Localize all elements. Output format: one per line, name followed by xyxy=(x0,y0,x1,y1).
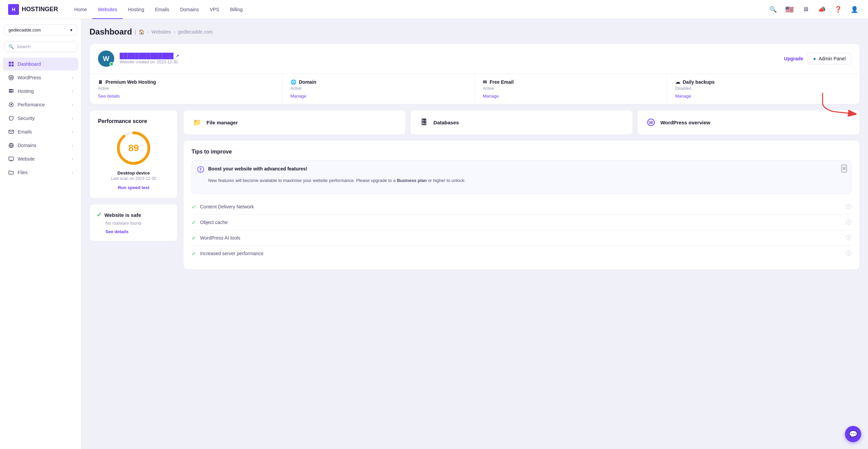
search-placeholder: Search xyxy=(17,44,31,49)
performance-score: 89 xyxy=(128,143,139,154)
info-icon[interactable]: ⓘ xyxy=(846,203,851,210)
sidebar-item-website[interactable]: Website › xyxy=(3,152,78,165)
svg-rect-2 xyxy=(9,64,11,66)
see-details-link[interactable]: See details xyxy=(105,229,171,234)
sidebar-item-label: Hosting xyxy=(18,88,34,94)
sidebar-item-files[interactable]: Files › xyxy=(3,166,78,179)
upgrade-button[interactable]: Upgrade xyxy=(784,56,803,61)
info-icon[interactable]: ⓘ xyxy=(846,250,851,257)
screens-icon[interactable]: 🖥 xyxy=(800,4,811,15)
tip-cdn: ✓ Content Delivery Network ⓘ xyxy=(192,199,851,215)
boost-title: Boost your website with advanced feature… xyxy=(208,166,846,171)
tip-server-perf: ✓ Increased server performance ⓘ xyxy=(192,246,851,261)
service-domain-header: 🌐 Domain xyxy=(291,79,467,85)
sidebar-item-security[interactable]: Security › xyxy=(3,112,78,125)
service-backups-header: ☁ Daily backups xyxy=(675,79,852,85)
breadcrumb-websites[interactable]: Websites xyxy=(152,29,171,35)
monitor-icon xyxy=(8,156,14,162)
server-icon: 🖥 xyxy=(98,79,103,85)
sidebar-item-label: WordPress xyxy=(18,75,41,80)
performance-title: Performance score xyxy=(98,118,169,124)
wp-logo: W xyxy=(98,50,114,67)
wordpress-overview-card[interactable]: W WordPress overview xyxy=(637,110,860,135)
sidebar-item-wordpress[interactable]: W WordPress › xyxy=(3,71,78,84)
sidebar-item-emails[interactable]: Emails › xyxy=(3,125,78,138)
website-info-row: W ██████████████ ↗ Website created on: 2… xyxy=(90,44,860,74)
page-title: Dashboard xyxy=(90,27,132,37)
nav-emails[interactable]: Emails xyxy=(150,0,175,19)
service-email-status: Active xyxy=(483,86,659,91)
sidebar-search[interactable]: 🔍 Search xyxy=(4,41,77,52)
mail-icon xyxy=(8,129,14,135)
service-backups: ☁ Daily backups Disabled Manage xyxy=(667,74,860,104)
folder-icon xyxy=(8,169,14,176)
svg-rect-0 xyxy=(9,62,11,64)
help-icon[interactable]: ❓ xyxy=(833,4,844,15)
chat-button[interactable]: 💬 xyxy=(845,426,861,442)
svg-point-9 xyxy=(12,91,13,92)
brand-name: HOSTINGER xyxy=(22,6,58,13)
run-speed-test-link[interactable]: Run speed test xyxy=(98,185,169,190)
wordpress-overview-label: WordPress overview xyxy=(660,120,710,125)
sidebar-item-hosting[interactable]: Hosting › xyxy=(3,85,78,98)
megaphone-icon[interactable]: 📣 xyxy=(816,4,827,15)
info-icon[interactable]: ⓘ xyxy=(846,219,851,226)
info-icon[interactable]: ⓘ xyxy=(846,234,851,242)
domain-selector[interactable]: gedlecadde.com ▾ xyxy=(4,24,77,36)
boost-banner: ✕ Boost your website with advanced featu… xyxy=(192,160,851,194)
checkmark-icon: ✓ xyxy=(97,211,102,219)
search-icon: 🔍 xyxy=(8,44,14,49)
service-backups-action[interactable]: Manage xyxy=(675,94,852,99)
tips-title: Tips to improve xyxy=(192,149,851,155)
chevron-right-icon: › xyxy=(72,103,73,107)
file-manager-card[interactable]: 📁 File manager xyxy=(183,110,406,135)
nav-hosting[interactable]: Hosting xyxy=(123,0,150,19)
device-label: Desktop device xyxy=(98,170,169,176)
svg-text:W: W xyxy=(649,120,653,125)
bottom-row: Performance score 89 Desktop device Last… xyxy=(90,110,860,270)
chevron-down-icon: ▾ xyxy=(70,27,73,33)
right-col: 📁 File manager 🗄 Databases W WordPress o… xyxy=(183,110,860,270)
nav-home[interactable]: Home xyxy=(69,0,92,19)
gauge-icon xyxy=(8,102,14,108)
chevron-right-icon: › xyxy=(72,117,73,120)
service-email: ✉ Free Email Active Manage xyxy=(475,74,667,104)
sidebar-item-domains[interactable]: Domains › xyxy=(3,139,78,152)
close-boost-button[interactable]: ✕ xyxy=(841,165,847,172)
nav-websites[interactable]: Websites xyxy=(92,0,122,19)
online-indicator xyxy=(110,62,114,66)
topnav: H HOSTINGER Home Websites Hosting Emails… xyxy=(0,0,868,19)
layout: gedlecadde.com ▾ 🔍 Search Dashboard W Wo… xyxy=(0,19,868,449)
sidebar-item-performance[interactable]: Performance › xyxy=(3,98,78,111)
tip-label: Content Delivery Network xyxy=(200,204,846,209)
service-email-action[interactable]: Manage xyxy=(483,94,659,99)
security-safe-label: ✓ Website is safe xyxy=(97,211,171,219)
globe-icon xyxy=(8,142,14,148)
flag-icon[interactable]: 🇺🇸 xyxy=(784,4,795,15)
svg-rect-12 xyxy=(9,130,14,134)
server-icon xyxy=(8,88,14,94)
nav-billing[interactable]: Billing xyxy=(224,0,248,19)
no-malware-text: No malware found xyxy=(105,221,171,226)
service-domain-action[interactable]: Manage xyxy=(291,94,467,99)
sidebar-item-label: Performance xyxy=(18,102,45,107)
nav-vps[interactable]: VPS xyxy=(204,0,224,19)
search-icon[interactable]: 🔍 xyxy=(768,4,778,15)
external-link-icon[interactable]: ↗ xyxy=(176,54,179,58)
breadcrumb-separator: | xyxy=(135,29,136,35)
nav-domains[interactable]: Domains xyxy=(175,0,204,19)
sidebar-item-dashboard[interactable]: Dashboard xyxy=(3,58,78,70)
website-card: W ██████████████ ↗ Website created on: 2… xyxy=(90,43,860,104)
service-domain: 🌐 Domain Active Manage xyxy=(282,74,475,104)
user-icon[interactable]: 👤 xyxy=(849,4,860,15)
website-created-date: Website created on: 2023-12-30 xyxy=(120,60,784,64)
service-hosting-action[interactable]: See details xyxy=(98,94,274,99)
performance-card: Performance score 89 Desktop device Last… xyxy=(90,110,178,199)
brand-logo[interactable]: H HOSTINGER xyxy=(8,4,58,15)
svg-rect-14 xyxy=(9,157,14,160)
databases-card[interactable]: 🗄 Databases xyxy=(410,110,633,135)
admin-panel-button[interactable]: ● Admin Panel xyxy=(807,53,851,64)
sidebar-item-label: Files xyxy=(18,170,28,175)
wp-overview-icon: W xyxy=(646,117,656,128)
left-col: Performance score 89 Desktop device Last… xyxy=(90,110,178,270)
